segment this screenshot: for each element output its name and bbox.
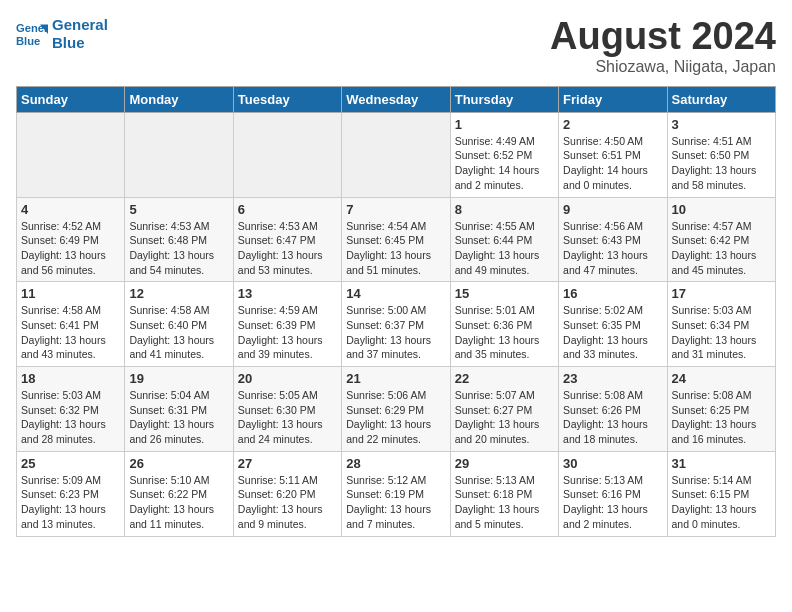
calendar-cell (342, 112, 450, 197)
calendar-cell: 20Sunrise: 5:05 AMSunset: 6:30 PMDayligh… (233, 367, 341, 452)
page-header: General Blue General Blue August 2024 Sh… (16, 16, 776, 76)
day-number: 25 (21, 456, 120, 471)
calendar-cell: 10Sunrise: 4:57 AMSunset: 6:42 PMDayligh… (667, 197, 775, 282)
logo-text: General Blue (52, 16, 108, 52)
day-number: 2 (563, 117, 662, 132)
calendar-subtitle: Shiozawa, Niigata, Japan (550, 58, 776, 76)
calendar-week-1: 1Sunrise: 4:49 AMSunset: 6:52 PMDaylight… (17, 112, 776, 197)
day-number: 1 (455, 117, 554, 132)
calendar-cell: 1Sunrise: 4:49 AMSunset: 6:52 PMDaylight… (450, 112, 558, 197)
day-info: Sunrise: 5:13 AMSunset: 6:18 PMDaylight:… (455, 473, 554, 532)
day-info: Sunrise: 4:52 AMSunset: 6:49 PMDaylight:… (21, 219, 120, 278)
svg-text:Blue: Blue (16, 35, 40, 47)
day-number: 16 (563, 286, 662, 301)
logo: General Blue General Blue (16, 16, 108, 52)
day-info: Sunrise: 5:09 AMSunset: 6:23 PMDaylight:… (21, 473, 120, 532)
day-info: Sunrise: 4:49 AMSunset: 6:52 PMDaylight:… (455, 134, 554, 193)
day-info: Sunrise: 5:04 AMSunset: 6:31 PMDaylight:… (129, 388, 228, 447)
day-info: Sunrise: 5:06 AMSunset: 6:29 PMDaylight:… (346, 388, 445, 447)
svg-text:General: General (16, 22, 48, 34)
calendar-cell: 15Sunrise: 5:01 AMSunset: 6:36 PMDayligh… (450, 282, 558, 367)
calendar-cell: 13Sunrise: 4:59 AMSunset: 6:39 PMDayligh… (233, 282, 341, 367)
day-number: 10 (672, 202, 771, 217)
calendar-cell: 4Sunrise: 4:52 AMSunset: 6:49 PMDaylight… (17, 197, 125, 282)
day-number: 15 (455, 286, 554, 301)
day-info: Sunrise: 4:57 AMSunset: 6:42 PMDaylight:… (672, 219, 771, 278)
calendar-cell: 23Sunrise: 5:08 AMSunset: 6:26 PMDayligh… (559, 367, 667, 452)
day-info: Sunrise: 5:12 AMSunset: 6:19 PMDaylight:… (346, 473, 445, 532)
day-info: Sunrise: 4:55 AMSunset: 6:44 PMDaylight:… (455, 219, 554, 278)
calendar-cell: 18Sunrise: 5:03 AMSunset: 6:32 PMDayligh… (17, 367, 125, 452)
calendar-cell: 3Sunrise: 4:51 AMSunset: 6:50 PMDaylight… (667, 112, 775, 197)
day-number: 9 (563, 202, 662, 217)
weekday-header-thursday: Thursday (450, 86, 558, 112)
day-number: 11 (21, 286, 120, 301)
day-info: Sunrise: 5:10 AMSunset: 6:22 PMDaylight:… (129, 473, 228, 532)
day-number: 5 (129, 202, 228, 217)
calendar-cell: 2Sunrise: 4:50 AMSunset: 6:51 PMDaylight… (559, 112, 667, 197)
calendar-week-5: 25Sunrise: 5:09 AMSunset: 6:23 PMDayligh… (17, 451, 776, 536)
calendar-table: SundayMondayTuesdayWednesdayThursdayFrid… (16, 86, 776, 537)
day-info: Sunrise: 5:01 AMSunset: 6:36 PMDaylight:… (455, 303, 554, 362)
day-info: Sunrise: 5:13 AMSunset: 6:16 PMDaylight:… (563, 473, 662, 532)
day-number: 21 (346, 371, 445, 386)
calendar-main-title: August 2024 (550, 16, 776, 58)
calendar-week-2: 4Sunrise: 4:52 AMSunset: 6:49 PMDaylight… (17, 197, 776, 282)
calendar-week-3: 11Sunrise: 4:58 AMSunset: 6:41 PMDayligh… (17, 282, 776, 367)
day-info: Sunrise: 5:00 AMSunset: 6:37 PMDaylight:… (346, 303, 445, 362)
day-number: 13 (238, 286, 337, 301)
calendar-cell: 30Sunrise: 5:13 AMSunset: 6:16 PMDayligh… (559, 451, 667, 536)
day-info: Sunrise: 4:53 AMSunset: 6:47 PMDaylight:… (238, 219, 337, 278)
day-number: 27 (238, 456, 337, 471)
day-number: 29 (455, 456, 554, 471)
calendar-cell: 24Sunrise: 5:08 AMSunset: 6:25 PMDayligh… (667, 367, 775, 452)
calendar-cell (125, 112, 233, 197)
day-info: Sunrise: 5:03 AMSunset: 6:32 PMDaylight:… (21, 388, 120, 447)
day-info: Sunrise: 4:56 AMSunset: 6:43 PMDaylight:… (563, 219, 662, 278)
day-info: Sunrise: 5:07 AMSunset: 6:27 PMDaylight:… (455, 388, 554, 447)
day-number: 28 (346, 456, 445, 471)
day-number: 6 (238, 202, 337, 217)
calendar-cell: 16Sunrise: 5:02 AMSunset: 6:35 PMDayligh… (559, 282, 667, 367)
day-number: 4 (21, 202, 120, 217)
weekday-header-monday: Monday (125, 86, 233, 112)
day-info: Sunrise: 4:51 AMSunset: 6:50 PMDaylight:… (672, 134, 771, 193)
weekday-header-row: SundayMondayTuesdayWednesdayThursdayFrid… (17, 86, 776, 112)
day-number: 22 (455, 371, 554, 386)
weekday-header-tuesday: Tuesday (233, 86, 341, 112)
calendar-week-4: 18Sunrise: 5:03 AMSunset: 6:32 PMDayligh… (17, 367, 776, 452)
calendar-cell: 26Sunrise: 5:10 AMSunset: 6:22 PMDayligh… (125, 451, 233, 536)
day-info: Sunrise: 5:03 AMSunset: 6:34 PMDaylight:… (672, 303, 771, 362)
day-info: Sunrise: 5:08 AMSunset: 6:26 PMDaylight:… (563, 388, 662, 447)
day-info: Sunrise: 4:58 AMSunset: 6:41 PMDaylight:… (21, 303, 120, 362)
day-info: Sunrise: 4:54 AMSunset: 6:45 PMDaylight:… (346, 219, 445, 278)
day-info: Sunrise: 5:11 AMSunset: 6:20 PMDaylight:… (238, 473, 337, 532)
calendar-cell: 5Sunrise: 4:53 AMSunset: 6:48 PMDaylight… (125, 197, 233, 282)
weekday-header-friday: Friday (559, 86, 667, 112)
calendar-cell: 28Sunrise: 5:12 AMSunset: 6:19 PMDayligh… (342, 451, 450, 536)
calendar-cell: 22Sunrise: 5:07 AMSunset: 6:27 PMDayligh… (450, 367, 558, 452)
day-number: 12 (129, 286, 228, 301)
day-number: 19 (129, 371, 228, 386)
calendar-cell: 25Sunrise: 5:09 AMSunset: 6:23 PMDayligh… (17, 451, 125, 536)
day-info: Sunrise: 5:08 AMSunset: 6:25 PMDaylight:… (672, 388, 771, 447)
calendar-cell: 19Sunrise: 5:04 AMSunset: 6:31 PMDayligh… (125, 367, 233, 452)
day-info: Sunrise: 4:59 AMSunset: 6:39 PMDaylight:… (238, 303, 337, 362)
day-number: 24 (672, 371, 771, 386)
logo-icon: General Blue (16, 18, 48, 50)
day-number: 14 (346, 286, 445, 301)
calendar-cell: 9Sunrise: 4:56 AMSunset: 6:43 PMDaylight… (559, 197, 667, 282)
calendar-cell: 7Sunrise: 4:54 AMSunset: 6:45 PMDaylight… (342, 197, 450, 282)
calendar-cell: 21Sunrise: 5:06 AMSunset: 6:29 PMDayligh… (342, 367, 450, 452)
day-info: Sunrise: 4:50 AMSunset: 6:51 PMDaylight:… (563, 134, 662, 193)
day-number: 7 (346, 202, 445, 217)
day-number: 8 (455, 202, 554, 217)
calendar-cell: 31Sunrise: 5:14 AMSunset: 6:15 PMDayligh… (667, 451, 775, 536)
calendar-cell: 8Sunrise: 4:55 AMSunset: 6:44 PMDaylight… (450, 197, 558, 282)
weekday-header-wednesday: Wednesday (342, 86, 450, 112)
calendar-cell: 17Sunrise: 5:03 AMSunset: 6:34 PMDayligh… (667, 282, 775, 367)
day-number: 23 (563, 371, 662, 386)
calendar-cell: 29Sunrise: 5:13 AMSunset: 6:18 PMDayligh… (450, 451, 558, 536)
day-info: Sunrise: 5:02 AMSunset: 6:35 PMDaylight:… (563, 303, 662, 362)
calendar-cell: 6Sunrise: 4:53 AMSunset: 6:47 PMDaylight… (233, 197, 341, 282)
